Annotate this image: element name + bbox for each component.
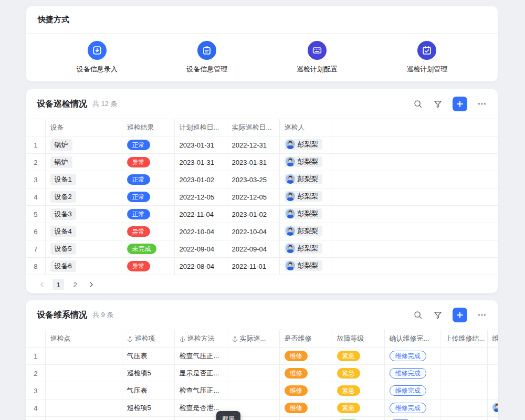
add-record-button[interactable] [453, 308, 467, 322]
plan-date-cell[interactable]: 2023-01-31 [174, 136, 227, 154]
table-row[interactable]: 5 巡检项5 显示是否正... 维修 [26, 417, 498, 420]
cutoff-cell[interactable] [487, 348, 498, 365]
item-cell[interactable]: 巡检项5 [122, 400, 174, 417]
table-row[interactable]: 1 气压表 检查气压正... 维修 紧急 维修完成 [26, 348, 498, 365]
device-cell[interactable]: 设备3 [45, 206, 122, 223]
actual-cell[interactable] [227, 382, 279, 400]
shortcut-device-info-manage[interactable]: 设备信息管理 [152, 41, 262, 74]
table-row[interactable]: 5 设备3 正常 2022-11-04 2023-01-02 彭梨梨 [26, 206, 498, 223]
inspector-cell[interactable]: 彭梨梨 [279, 171, 332, 188]
table-row[interactable]: 7 设备5 未完成 2022-09-04 2022-09-04 彭梨梨 [26, 240, 498, 258]
table-row[interactable]: 8 设备6 异常 2022-08-04 2022-11-01 彭梨梨 [26, 258, 498, 275]
plan-date-cell[interactable]: 2022-10-04 [174, 223, 227, 240]
repair-cell[interactable]: 维修 [279, 417, 332, 420]
level-cell[interactable]: 紧急 [332, 382, 384, 400]
actual-cell[interactable] [227, 348, 279, 365]
point-cell[interactable] [45, 400, 122, 417]
shortcut-inspection-plan-config[interactable]: 巡检计划配置 [262, 41, 372, 74]
column-header-point[interactable]: 巡检点 [45, 330, 122, 348]
filter-icon[interactable] [433, 310, 443, 320]
column-header-cutoff[interactable]: 维... [487, 330, 498, 348]
upload-cell[interactable] [440, 365, 487, 382]
confirm-cell[interactable]: 维修完成 [384, 382, 440, 400]
column-header-actual-date[interactable]: 实际巡检日... [227, 119, 279, 136]
column-header-repair[interactable]: 是否维修 [279, 330, 332, 348]
result-cell[interactable]: 异常 [122, 258, 174, 275]
result-cell[interactable]: 异常 [122, 154, 174, 171]
column-header-method[interactable]: 巡检方法 [174, 330, 227, 348]
result-cell[interactable]: 未完成 [122, 240, 174, 258]
cutoff-cell[interactable] [487, 382, 498, 400]
confirm-cell[interactable] [384, 417, 440, 420]
confirm-cell[interactable]: 维修完成 [384, 365, 440, 382]
more-icon[interactable] [477, 310, 487, 320]
more-icon[interactable] [477, 99, 487, 109]
device-cell[interactable]: 设备2 [45, 188, 122, 206]
actual-date-cell[interactable]: 2022-09-04 [227, 240, 279, 258]
method-cell[interactable]: 显示是否正... [174, 365, 227, 382]
inspector-cell[interactable]: 彭梨梨 [279, 223, 332, 240]
cutoff-cell[interactable] [487, 400, 498, 417]
upload-cell[interactable] [440, 382, 487, 400]
column-header-plan-date[interactable]: 计划巡检日... [174, 119, 227, 136]
table-row[interactable]: 2 巡检项5 显示是否正... 维修 紧急 维修完成 [26, 365, 498, 382]
point-cell[interactable] [45, 382, 122, 400]
filter-icon[interactable] [433, 99, 443, 109]
search-icon[interactable] [413, 310, 423, 320]
upload-cell[interactable] [440, 417, 487, 420]
plan-date-cell[interactable]: 2023-01-02 [174, 171, 227, 188]
table-row[interactable]: 4 巡检项5 检查是否泄... 维修 紧急 维修完成 [26, 400, 498, 417]
device-cell[interactable]: 设备4 [45, 223, 122, 240]
column-header-device[interactable]: 设备 [45, 119, 122, 136]
level-cell[interactable]: 紧急 [332, 348, 384, 365]
page-1-button[interactable]: 1 [52, 279, 64, 290]
inspector-cell[interactable]: 彭梨梨 [279, 154, 332, 171]
point-cell[interactable] [45, 365, 122, 382]
search-icon[interactable] [413, 99, 423, 109]
actual-date-cell[interactable]: 2023-01-31 [227, 154, 279, 171]
inspector-cell[interactable]: 彭梨梨 [279, 258, 332, 275]
result-cell[interactable]: 正常 [122, 171, 174, 188]
actual-date-cell[interactable]: 2022-11-01 [227, 258, 279, 275]
plan-date-cell[interactable]: 2022-12-05 [174, 188, 227, 206]
actual-date-cell[interactable]: 2023-01-02 [227, 206, 279, 223]
inspector-cell[interactable]: 彭梨梨 [279, 188, 332, 206]
device-cell[interactable]: 锅炉 [45, 136, 122, 154]
table-row[interactable]: 3 设备1 正常 2023-01-02 2023-03-25 彭梨梨 [26, 171, 498, 188]
cutoff-cell[interactable] [487, 365, 498, 382]
device-cell[interactable]: 设备5 [45, 240, 122, 258]
device-cell[interactable]: 设备1 [45, 171, 122, 188]
repair-cell[interactable]: 维修 [279, 365, 332, 382]
table-row[interactable]: 4 设备2 正常 2022-12-05 2022-12-05 彭梨梨 [26, 188, 498, 206]
column-header-result[interactable]: 巡检结果 [122, 119, 174, 136]
result-cell[interactable]: 异常 [122, 223, 174, 240]
confirm-cell[interactable]: 维修完成 [384, 348, 440, 365]
actual-cell[interactable] [227, 365, 279, 382]
level-cell[interactable]: 紧急 [332, 400, 384, 417]
shortcut-inspection-plan-manage[interactable]: 巡检计划管理 [372, 41, 482, 74]
point-cell[interactable] [45, 348, 122, 365]
result-cell[interactable]: 正常 [122, 188, 174, 206]
result-cell[interactable]: 正常 [122, 136, 174, 154]
next-page-button[interactable] [86, 279, 97, 290]
item-cell[interactable]: 巡检项5 [122, 417, 174, 420]
plan-date-cell[interactable]: 2022-11-04 [174, 206, 227, 223]
add-record-button[interactable] [453, 97, 467, 111]
inspector-cell[interactable]: 彭梨梨 [279, 206, 332, 223]
upload-cell[interactable] [440, 348, 487, 365]
upload-cell[interactable] [440, 400, 487, 417]
actual-date-cell[interactable]: 2022-12-31 [227, 136, 279, 154]
result-cell[interactable]: 正常 [122, 206, 174, 223]
column-header-upload[interactable]: 上传维修结... [440, 330, 487, 348]
item-cell[interactable]: 气压表 [122, 382, 174, 400]
repair-cell[interactable]: 维修 [279, 348, 332, 365]
column-header-level[interactable]: 故障等级 [332, 330, 384, 348]
repair-cell[interactable]: 维修 [279, 400, 332, 417]
device-cell[interactable]: 锅炉 [45, 154, 122, 171]
device-cell[interactable]: 设备6 [45, 258, 122, 275]
cutoff-cell[interactable] [487, 417, 498, 420]
inspector-cell[interactable]: 彭梨梨 [279, 136, 332, 154]
column-header-confirm[interactable]: 确认维修完... [384, 330, 440, 348]
method-cell[interactable]: 检查气压正... [174, 382, 227, 400]
point-cell[interactable] [45, 417, 122, 420]
